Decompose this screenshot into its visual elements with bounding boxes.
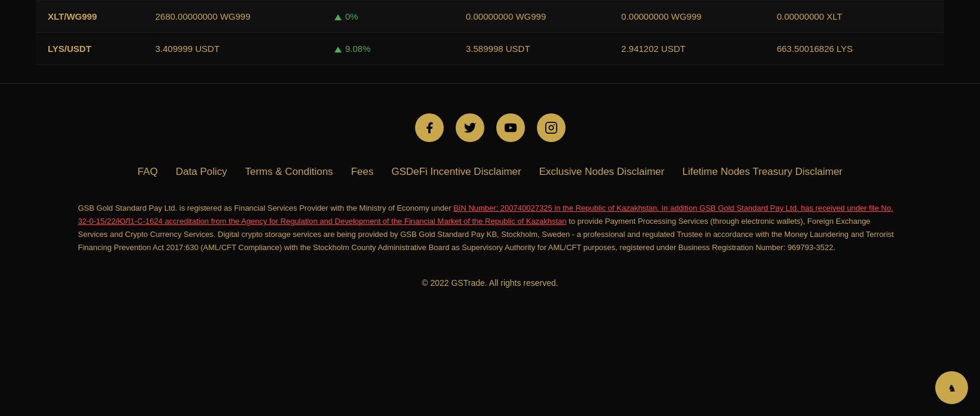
svg-point-3 [554,124,555,125]
trading-vol2: 0.00000000 WG999 [621,11,776,21]
youtube-icon[interactable] [496,113,525,142]
instagram-icon[interactable] [537,113,566,142]
copyright: © 2022 GSTrade. All rights reserved. [0,266,980,306]
trading-row: LYS/USDT 3.409999 USDT 9.08% 3.589998 US… [36,33,944,65]
gsdefi-disclaimer-link[interactable]: GSDeFi Incentive Disclaimer [391,166,521,178]
trading-change: 9.08% [334,44,466,54]
svg-point-2 [549,125,553,130]
fees-link[interactable]: Fees [351,166,374,178]
trading-change: 0% [334,11,466,21]
arrow-up-icon [334,14,342,20]
copyright-text: © 2022 GSTrade. All rights reserved. [422,278,558,288]
chat-button[interactable]: ♞ [935,371,968,404]
trading-row: XLT/WG999 2680.00000000 WG999 0% 0.00000… [36,0,944,33]
trading-vol2: 2.941202 USDT [621,44,776,54]
legal-section: GSB Gold Standard Pay Ltd. is registered… [42,190,938,266]
trading-price: 2680.00000000 WG999 [155,11,334,21]
footer-nav: FAQ Data Policy Terms & Conditions Fees … [0,160,980,190]
social-section [0,101,980,160]
trading-pair: LYS/USDT [48,44,155,54]
trading-section: XLT/WG999 2680.00000000 WG999 0% 0.00000… [0,0,980,65]
facebook-icon[interactable] [415,113,444,142]
faq-link[interactable]: FAQ [137,166,158,178]
lifetime-nodes-disclaimer-link[interactable]: Lifetime Nodes Treasury Disclaimer [682,166,842,178]
trading-vol3: 0.00000000 XLT [777,11,932,21]
arrow-up-icon [334,47,342,53]
data-policy-link[interactable]: Data Policy [176,166,227,178]
svg-text:♞: ♞ [948,383,956,393]
section-divider [0,83,980,84]
legal-text: GSB Gold Standard Pay Ltd. is registered… [78,202,902,254]
exclusive-nodes-disclaimer-link[interactable]: Exclusive Nodes Disclaimer [539,166,665,178]
terms-conditions-link[interactable]: Terms & Conditions [245,166,333,178]
trading-vol1: 0.00000000 WG999 [466,11,621,21]
trading-vol1: 3.589998 USDT [466,44,621,54]
trading-vol3: 663.50016826 LYS [777,44,932,54]
svg-rect-1 [545,122,556,133]
twitter-icon[interactable] [456,113,484,142]
highlighted-legal-text: BIN Number: 200740027325 in the Republic… [78,204,893,226]
trading-pair: XLT/WG999 [48,11,155,21]
trading-price: 3.409999 USDT [155,44,334,54]
